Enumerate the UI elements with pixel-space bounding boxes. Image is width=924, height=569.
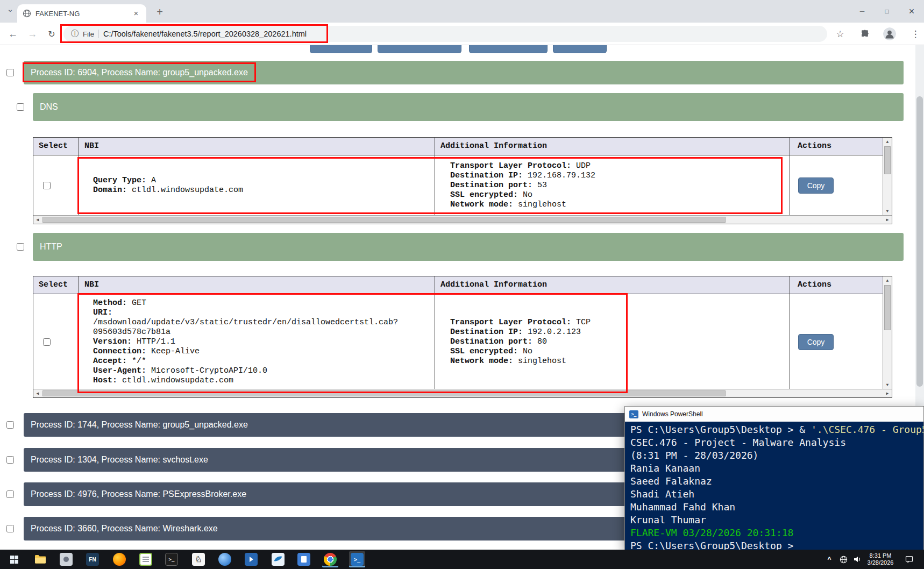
browser-tab[interactable]: FAKENET-NG × [17, 4, 146, 23]
winlogo-pane [10, 560, 14, 564]
dns-select-cell [33, 155, 79, 216]
dns-col-header-actions: Actions [790, 138, 884, 155]
dns-col-header-select: Select [33, 138, 79, 155]
nbi-line: Version: HTTP/1.1 [93, 337, 400, 347]
info-line: SSL encrypted: No [450, 347, 591, 357]
window-minimize-button[interactable]: ─ [850, 0, 875, 23]
scrollbar-thumb[interactable] [884, 285, 891, 330]
http-section-checkbox[interactable] [17, 243, 24, 251]
tab-title: FAKENET-NG [35, 10, 127, 18]
http-info-cell: Transport Layer Protocol: TCP Destinatio… [435, 294, 790, 389]
volume-icon[interactable] [852, 550, 863, 569]
tab-close-icon[interactable]: × [131, 9, 141, 18]
nbi-line: Domain: ctldl.windowsupdate.com [93, 186, 243, 195]
scroll-down-arrow[interactable]: ▼ [883, 208, 892, 215]
scrollbar-thumb[interactable] [916, 96, 923, 387]
window-maximize-button[interactable]: □ [875, 0, 899, 23]
clipped-button-4[interactable] [553, 45, 607, 53]
reload-button[interactable]: ↻ [44, 26, 59, 41]
dns-section-title: DNS [40, 102, 58, 112]
info-line: Transport Layer Protocol: TCP [450, 318, 591, 328]
bookmark-star-icon[interactable]: ☆ [833, 26, 848, 41]
info-line: Destination IP: 192.168.79.132 [450, 171, 595, 181]
dns-section-header[interactable]: DNS [33, 93, 904, 121]
url-path: C:/Tools/fakenet/fakenet3.5/report_20260… [103, 30, 307, 38]
action-center-icon[interactable] [904, 550, 915, 569]
network-globe-icon[interactable] [838, 550, 849, 569]
dns-section-checkbox[interactable] [17, 103, 24, 111]
browser-menu-icon[interactable]: ⋮ [908, 26, 923, 41]
file-explorer-icon[interactable] [32, 551, 48, 567]
scrollbar-thumb[interactable] [42, 390, 726, 396]
http-table-vertical-scrollbar[interactable]: ▲ ▼ [883, 276, 892, 389]
info-line: SSL encrypted: No [450, 190, 595, 200]
firefox-icon[interactable] [111, 551, 127, 567]
back-button[interactable]: ← [5, 26, 20, 41]
http-col-header-actions: Actions [790, 276, 884, 294]
start-button[interactable] [4, 550, 24, 569]
tray-clock[interactable]: 8:31 PM 3/28/2026 [862, 552, 899, 566]
terminal-icon[interactable]: >_ [164, 551, 180, 567]
http-select-cell [33, 294, 79, 389]
scrollbar-thumb[interactable] [884, 146, 891, 174]
window-close-button[interactable]: × [899, 0, 924, 23]
process-4976-checkbox[interactable] [6, 490, 14, 498]
process-1304-checkbox[interactable] [6, 456, 14, 464]
http-row-checkbox[interactable] [43, 338, 51, 346]
http-col-header-select: Select [33, 276, 79, 294]
wireshark-icon[interactable] [270, 551, 286, 567]
dns-table-header-row: Select NBI Additional Information Action… [33, 138, 892, 155]
search-tool-icon[interactable] [217, 551, 233, 567]
clipped-button-2[interactable] [378, 45, 461, 53]
code-app-icon[interactable] [243, 551, 259, 567]
powershell-console[interactable]: PS C:\Users\Group5\Desktop > & '.\CSEC.4… [625, 422, 923, 550]
console-line: PS C:\Users\Group5\Desktop > & '.\CSEC.4… [630, 423, 923, 436]
profile-avatar[interactable] [882, 26, 897, 41]
chess-app-icon[interactable]: ♘ [190, 551, 207, 567]
http-table-horizontal-scrollbar[interactable]: ◀ ▶ [33, 389, 892, 397]
http-section-header[interactable]: HTTP [33, 233, 904, 261]
dns-row-checkbox[interactable] [43, 182, 51, 189]
powershell-icon: >_ [629, 410, 638, 418]
scroll-up-arrow[interactable]: ▲ [883, 277, 892, 284]
docs-app-icon[interactable] [296, 551, 312, 567]
scroll-right-arrow[interactable]: ▶ [884, 216, 891, 224]
scroll-left-arrow[interactable]: ◀ [34, 216, 41, 224]
dns-info-cell: Transport Layer Protocol: UDP Destinatio… [435, 155, 790, 216]
scrollbar-thumb[interactable] [42, 217, 726, 223]
scroll-up-arrow[interactable]: ▲ [883, 138, 892, 146]
process-6904-header[interactable]: Process ID: 6904, Process Name: group5_u… [24, 61, 904, 84]
scroll-down-arrow[interactable]: ▼ [883, 381, 892, 389]
dns-table-row: Query Type: A Domain: ctldl.windowsupdat… [33, 155, 892, 216]
powershell-window-title: Windows PowerShell [642, 410, 703, 418]
windows-logo-icon [10, 556, 18, 564]
dns-table-vertical-scrollbar[interactable]: ▲ ▼ [883, 138, 892, 216]
new-tab-button[interactable]: + [153, 5, 167, 19]
scroll-right-arrow[interactable]: ▶ [884, 389, 891, 397]
powershell-taskbar-icon[interactable]: >_ [349, 551, 365, 567]
clipped-button-3[interactable] [469, 45, 548, 53]
process-3660-checkbox[interactable] [6, 525, 14, 532]
fakenet-icon[interactable]: FN [84, 551, 101, 567]
copy-button[interactable]: Copy [798, 177, 834, 194]
process-6904-checkbox[interactable] [6, 69, 14, 76]
scroll-left-arrow[interactable]: ◀ [34, 389, 41, 397]
tray-chevron-up-icon[interactable]: ^ [825, 550, 834, 569]
dns-nbi-cell: Query Type: A Domain: ctldl.windowsupdat… [79, 155, 435, 216]
extensions-puzzle-icon[interactable] [857, 26, 872, 41]
powershell-titlebar[interactable]: >_ Windows PowerShell [625, 407, 923, 422]
clipped-button-1[interactable] [310, 45, 372, 53]
address-bar[interactable]: ⓘ File C:/Tools/fakenet/fakenet3.5/repor… [63, 26, 827, 42]
dns-table-horizontal-scrollbar[interactable]: ◀ ▶ [33, 215, 892, 224]
taskbar: FN >_ ♘ >_ ^ [0, 550, 924, 569]
notepad-icon[interactable] [138, 551, 154, 567]
taskbar-app-icon-2[interactable] [58, 551, 74, 567]
copy-button[interactable]: Copy [798, 334, 834, 350]
chrome-icon[interactable] [322, 551, 338, 567]
console-line: Saeed Falaknaz [630, 475, 923, 488]
forward-button[interactable]: → [25, 26, 40, 41]
process-1744-checkbox[interactable] [6, 421, 14, 429]
console-line: Shadi Atieh [630, 488, 923, 501]
page-info-icon[interactable]: ⓘ [71, 29, 79, 39]
chevron-down-icon[interactable]: ⌄ [4, 4, 16, 17]
